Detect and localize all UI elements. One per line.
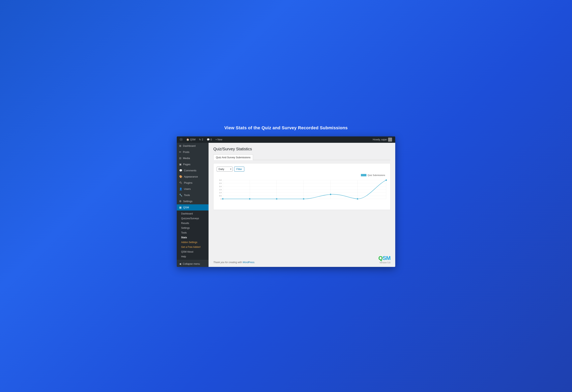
content-area: Quiz/Survey Statistics Quiz And Survey S… [208, 143, 395, 267]
qsm-sub-addon-settings[interactable]: Addon Settings [177, 240, 208, 245]
collapse-icon: ◀ [179, 262, 181, 265]
qsm-sub-tools-label: Tools [181, 231, 187, 234]
wp-logo-item[interactable]: ☉ [178, 136, 184, 143]
filter-select[interactable]: Daily Weekly Monthly [217, 167, 233, 172]
sidebar-label-users: Users [184, 188, 191, 190]
new-item[interactable]: + New [214, 136, 223, 143]
svg-text:3.0: 3.0 [219, 179, 222, 181]
qsm-sub-stats[interactable]: Stats [177, 235, 208, 240]
qsm-sub-free-addon-label: Get a Free Addon! [181, 246, 201, 249]
sidebar: ⊞ Dashboard ✏ Posts ⊟ Media ▣ Pages 💬 Co… [177, 143, 208, 267]
qsm-sub-quizzes-label: Quizzes/Surveys [181, 217, 199, 220]
qsm-sub-about[interactable]: QSM About [177, 250, 208, 254]
qsm-sub-results-label: Results [181, 222, 189, 225]
data-point-1 [249, 198, 251, 200]
tab-bar: Quiz And Survey Submissions [213, 155, 390, 160]
chart-svg: 3.0 2.5 2.0 1.5 1.0 0.5 0 [217, 174, 387, 206]
logo-sm: SM [382, 255, 390, 261]
qsm-sub-settings[interactable]: Settings [177, 226, 208, 230]
logo-q: Q [378, 255, 382, 261]
updates-count: 2 [202, 138, 203, 141]
sidebar-item-comments[interactable]: 💬 Comments [177, 167, 208, 173]
wp-window: ☉ 🏠 QSM ↻ 2 💬 0 + New Howdy, sajan [177, 136, 395, 267]
sidebar-item-settings[interactable]: ⚙ Settings [177, 198, 208, 204]
howdy-item[interactable]: Howdy, sajan [371, 138, 394, 141]
sidebar-label-plugins: Plugins [184, 181, 192, 184]
sidebar-item-posts[interactable]: ✏ Posts [177, 149, 208, 155]
wp-icon: ☉ [179, 137, 183, 142]
qsm-submenu: Dashboard Quizzes/Surveys Results Settin… [177, 210, 208, 260]
sidebar-label-comments: Comments [184, 169, 196, 172]
svg-text:2.5: 2.5 [219, 182, 222, 184]
footer-text-before: Thank you for creating with [213, 261, 242, 264]
appearance-icon: 🎨 [179, 175, 182, 178]
qsm-sub-results[interactable]: Results [177, 221, 208, 226]
svg-text:1.5: 1.5 [219, 188, 222, 190]
data-point-3 [303, 198, 304, 200]
tab-quiz-submissions[interactable]: Quiz And Survey Submissions [213, 155, 253, 160]
avatar [388, 138, 392, 141]
updates-item[interactable]: ↻ 2 [198, 136, 204, 143]
new-label: + New [216, 138, 222, 141]
collapse-label: Collapse menu [183, 262, 200, 265]
comments-icon: 💬 [207, 138, 210, 141]
media-icon: ⊟ [179, 157, 181, 160]
qsm-sub-help[interactable]: Help [177, 254, 208, 259]
pages-icon: ▣ [179, 163, 182, 166]
filter-button[interactable]: Filter [234, 167, 244, 172]
qsm-sub-free-addon[interactable]: Get a Free Addon! [177, 245, 208, 250]
qsm-sub-tools[interactable]: Tools [177, 230, 208, 235]
users-icon: 👤 [179, 188, 182, 190]
sidebar-item-users[interactable]: 👤 Users [177, 186, 208, 192]
qsm-sub-addon-settings-label: Addon Settings [181, 241, 197, 244]
plugins-icon: 🔌 [179, 181, 182, 184]
sidebar-item-media[interactable]: ⊟ Media [177, 155, 208, 161]
page-heading: Quiz/Survey Statistics [213, 147, 390, 151]
footer-period: . [254, 261, 255, 264]
data-point-2 [276, 198, 277, 200]
logo-group: QSM Version 5.6 [378, 255, 390, 264]
admin-bar: ☉ 🏠 QSM ↻ 2 💬 0 + New Howdy, sajan [177, 136, 395, 143]
legend-label: Quiz Submissions [368, 174, 385, 176]
sidebar-item-qsm[interactable]: ▦ QSM [177, 204, 208, 210]
filter-select-wrapper: Daily Weekly Monthly [217, 167, 233, 172]
sidebar-item-pages[interactable]: ▣ Pages [177, 161, 208, 167]
legend-color-box [361, 174, 366, 176]
data-point-4 [330, 194, 331, 195]
qsm-sub-quizzes[interactable]: Quizzes/Surveys [177, 216, 208, 221]
updates-icon: ↻ [199, 138, 201, 141]
howdy-text: Howdy, sajan [373, 138, 387, 141]
dashboard-icon: ⊞ [179, 144, 181, 147]
sidebar-label-qsm: QSM [183, 206, 189, 209]
qsm-footer-logo: QSM [378, 255, 390, 261]
main-layout: ⊞ Dashboard ✏ Posts ⊟ Media ▣ Pages 💬 Co… [177, 143, 395, 267]
content-footer: Thank you for creating with WordPress. Q… [213, 255, 390, 264]
svg-text:0.5: 0.5 [219, 195, 222, 197]
qsm-sub-dashboard[interactable]: Dashboard [177, 211, 208, 216]
sidebar-label-settings: Settings [183, 200, 192, 203]
comments-count: 0 [210, 138, 212, 141]
data-point-6 [385, 179, 387, 181]
sidebar-item-appearance[interactable]: 🎨 Appearance [177, 173, 208, 180]
sidebar-label-pages: Pages [183, 163, 191, 166]
sidebar-label-posts: Posts [183, 151, 190, 154]
site-name: QSM [190, 138, 195, 141]
collapse-menu-item[interactable]: ◀ Collapse menu [177, 261, 208, 267]
sidebar-item-plugins[interactable]: 🔌 Plugins [177, 180, 208, 186]
sidebar-item-tools[interactable]: 🔧 Tools [177, 192, 208, 198]
sidebar-item-dashboard[interactable]: ⊞ Dashboard [177, 143, 208, 149]
sidebar-label-media: Media [183, 157, 190, 160]
qsm-sub-help-label: Help [181, 255, 186, 258]
data-point-0 [222, 198, 223, 200]
comments-item[interactable]: 💬 0 [206, 136, 213, 143]
chart-controls: Daily Weekly Monthly Filter [217, 167, 387, 172]
chart-container: Daily Weekly Monthly Filter Quiz Submiss… [213, 163, 390, 210]
sidebar-label-tools: Tools [184, 194, 190, 197]
qsm-sub-settings-label: Settings [181, 227, 190, 229]
tools-icon: 🔧 [179, 194, 182, 197]
chart-svg-wrapper: Quiz Submissions 3.0 2.5 2.0 1.5 1.0 0.5… [217, 174, 387, 206]
wordpress-link[interactable]: WordPress [242, 261, 254, 264]
svg-text:0: 0 [221, 198, 222, 200]
home-item[interactable]: 🏠 QSM [185, 136, 197, 143]
qsm-sub-about-label: QSM About [181, 251, 193, 253]
